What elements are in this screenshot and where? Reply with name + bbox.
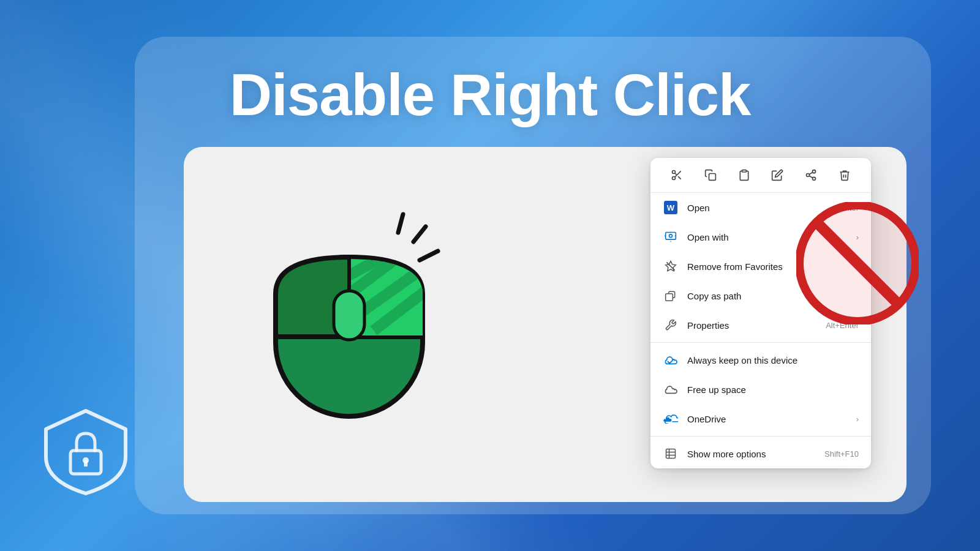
menu-item-keep-device[interactable]: Always keep on this device (650, 345, 871, 375)
svg-rect-8 (334, 291, 364, 340)
svg-line-22 (809, 176, 813, 178)
more-options-shortcut: Shift+F10 (824, 449, 859, 459)
svg-line-11 (420, 251, 438, 260)
svg-rect-17 (709, 174, 715, 181)
svg-rect-28 (666, 294, 673, 301)
svg-point-21 (812, 177, 815, 180)
copy-path-icon (663, 288, 679, 304)
cut-toolbar-icon[interactable] (666, 164, 688, 186)
svg-point-25 (669, 234, 673, 238)
svg-point-12 (673, 171, 676, 174)
onedrive-arrow: › (856, 414, 859, 424)
keep-device-label: Always keep on this device (687, 355, 859, 365)
svg-rect-18 (742, 170, 746, 172)
free-space-label: Free up space (687, 384, 859, 395)
more-options-icon (663, 446, 679, 462)
delete-toolbar-icon[interactable] (834, 164, 856, 186)
copy-toolbar-icon[interactable] (699, 164, 722, 186)
menu-divider-2 (650, 436, 871, 437)
no-entry-sign (796, 202, 919, 324)
paste-toolbar-icon[interactable] (733, 164, 755, 186)
svg-point-20 (806, 174, 809, 177)
onedrive-free-icon (663, 381, 679, 397)
share-toolbar-icon[interactable] (800, 164, 822, 186)
svg-rect-24 (666, 233, 676, 240)
menu-toolbar (650, 158, 871, 193)
onedrive-label: OneDrive (687, 414, 851, 424)
svg-line-16 (675, 173, 677, 175)
svg-point-19 (812, 170, 815, 173)
svg-rect-37 (84, 460, 88, 467)
svg-point-13 (673, 177, 676, 180)
mouse-illustration (233, 171, 466, 429)
rename-toolbar-icon[interactable] (766, 164, 788, 186)
shield-lock-icon (37, 402, 135, 502)
star-icon (663, 258, 679, 274)
more-options-label: Show more options (687, 449, 820, 459)
svg-line-10 (413, 227, 426, 242)
svg-line-15 (678, 176, 681, 179)
menu-item-onedrive[interactable]: OneDrive › (650, 404, 871, 433)
open-with-icon (663, 229, 679, 245)
onedrive-keep-icon (663, 352, 679, 368)
svg-line-23 (809, 172, 813, 174)
onedrive-icon (663, 411, 679, 427)
menu-item-free-space[interactable]: Free up space (650, 375, 871, 404)
svg-line-9 (398, 214, 403, 233)
svg-rect-29 (666, 449, 676, 459)
menu-item-more-options[interactable]: Show more options Shift+F10 (650, 439, 871, 468)
page-title: Disable Right Click (0, 61, 980, 129)
word-icon: W (663, 200, 679, 216)
properties-icon (663, 317, 679, 333)
menu-divider-1 (650, 342, 871, 343)
